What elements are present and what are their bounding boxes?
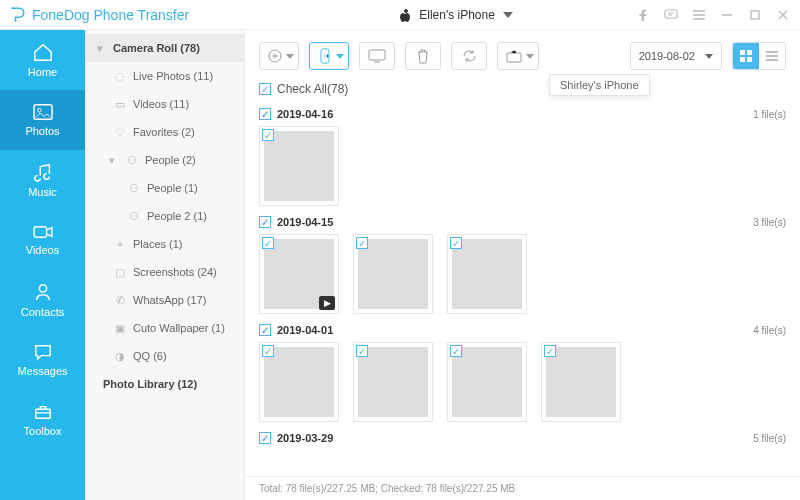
photo-image (264, 131, 334, 201)
photo-thumb[interactable]: ✓ (259, 126, 339, 206)
export-to-pc-button[interactable] (359, 42, 395, 70)
sidebar-item-people-1[interactable]: ⚇People (1) (85, 174, 244, 202)
checkbox-icon[interactable]: ✓ (262, 237, 274, 249)
photo-thumb[interactable]: ✓ (447, 234, 527, 314)
checkbox-icon[interactable]: ✓ (450, 345, 462, 357)
transfer-to-device-button[interactable] (309, 42, 349, 70)
sidebar-camera-roll[interactable]: ▾ Camera Roll (78) (85, 34, 244, 62)
refresh-button[interactable] (451, 42, 487, 70)
apple-icon (399, 8, 411, 22)
status-footer: Total: 78 file(s)/227.25 MB; Checked: 78… (245, 476, 800, 500)
videos-icon (32, 224, 54, 240)
sidebar-item-people-2[interactable]: ⚇People 2 (1) (85, 202, 244, 230)
group-date: 2019-03-29 (277, 432, 333, 444)
photo-image (546, 347, 616, 417)
nav-messages[interactable]: Messages (0, 330, 85, 390)
nav-home[interactable]: Home (0, 30, 85, 90)
date-value: 2019-08-02 (639, 50, 695, 62)
nav-contacts[interactable]: Contacts (0, 270, 85, 330)
svg-rect-5 (34, 227, 46, 238)
wallpaper-icon: ▣ (113, 322, 127, 335)
menu-icon[interactable] (692, 10, 706, 20)
sidebar-item-places[interactable]: ⌖Places (1) (85, 230, 244, 258)
logo-icon (8, 6, 26, 24)
checkbox-icon[interactable]: ✓ (259, 432, 271, 444)
qq-icon: ◑ (113, 350, 127, 363)
sidebar-item-livephotos[interactable]: ◌Live Photos (11) (85, 62, 244, 90)
nav-label: Music (28, 186, 57, 198)
sidebar-item-whatsapp[interactable]: ✆WhatsApp (17) (85, 286, 244, 314)
photo-thumb[interactable]: ✓ (353, 234, 433, 314)
device-name: Ellen's iPhone (419, 8, 495, 22)
photo-image (358, 239, 428, 309)
sidebar-label: Videos (11) (133, 98, 189, 110)
check-all-row[interactable]: ✓ Check All(78) (245, 76, 800, 98)
refresh-icon (462, 49, 477, 63)
checkbox-icon[interactable]: ✓ (259, 108, 271, 120)
checkbox-icon[interactable]: ✓ (262, 129, 274, 141)
group-header: ✓2019-04-15 3 file(s) (259, 216, 786, 228)
sidebar-item-cuto[interactable]: ▣Cuto Wallpaper (1) (85, 314, 244, 342)
sidebar-label: People (1) (147, 182, 198, 194)
sidebar-label: WhatsApp (17) (133, 294, 206, 306)
sidebar-label: Places (1) (133, 238, 183, 250)
nav-photos[interactable]: Photos (0, 90, 85, 150)
feedback-icon[interactable] (664, 9, 678, 21)
nav-toolbox[interactable]: Toolbox (0, 390, 85, 450)
checkbox-icon[interactable]: ✓ (259, 83, 271, 95)
grid-view-button[interactable] (733, 43, 759, 69)
trash-icon (416, 49, 430, 64)
group-header: ✓2019-04-01 4 file(s) (259, 324, 786, 336)
photo-thumb[interactable]: ✓ (541, 342, 621, 422)
svg-rect-14 (740, 57, 745, 62)
chevron-down-icon (705, 54, 713, 59)
sidebar-label: People 2 (1) (147, 210, 207, 222)
photo-thumb[interactable]: ✓▶ (259, 234, 339, 314)
photo-scroll[interactable]: ✓2019-04-16 1 file(s) ✓ ✓2019-04-15 3 fi… (245, 98, 800, 476)
chevron-down-icon (286, 54, 294, 59)
sidebar-item-videos[interactable]: ▭Videos (11) (85, 90, 244, 118)
nav-music[interactable]: Music (0, 150, 85, 210)
checkbox-icon[interactable]: ✓ (450, 237, 462, 249)
svg-rect-2 (751, 11, 759, 19)
sidebar-label: QQ (6) (133, 350, 167, 362)
footer-text: Total: 78 file(s)/227.25 MB; Checked: 78… (259, 483, 515, 494)
checkbox-icon[interactable]: ✓ (544, 345, 556, 357)
group-count: 1 file(s) (753, 109, 786, 120)
chevron-down-icon (526, 54, 534, 59)
sidebar-photo-library[interactable]: Photo Library (12) (85, 370, 244, 398)
maximize-icon[interactable] (748, 10, 762, 20)
add-button[interactable] (259, 42, 299, 70)
sidebar-label: Photo Library (12) (103, 378, 197, 390)
minimize-icon[interactable] (720, 10, 734, 20)
places-icon: ⌖ (113, 238, 127, 251)
checkbox-icon[interactable]: ✓ (262, 345, 274, 357)
sidebar-item-screenshots[interactable]: ▢Screenshots (24) (85, 258, 244, 286)
sidebar-item-qq[interactable]: ◑QQ (6) (85, 342, 244, 370)
checkbox-icon[interactable]: ✓ (259, 216, 271, 228)
list-view-button[interactable] (759, 43, 785, 69)
close-icon[interactable] (776, 10, 790, 20)
photo-thumb[interactable]: ✓ (447, 342, 527, 422)
delete-button[interactable] (405, 42, 441, 70)
sidebar-item-people[interactable]: ▾⚇People (2) (85, 146, 244, 174)
svg-rect-7 (35, 409, 49, 418)
sidebar-label: Favorites (2) (133, 126, 195, 138)
more-tools-button[interactable] (497, 42, 539, 70)
expand-icon: ▾ (105, 154, 119, 167)
date-filter[interactable]: 2019-08-02 (630, 42, 722, 70)
checkbox-icon[interactable]: ✓ (356, 345, 368, 357)
photo-thumb[interactable]: ✓ (353, 342, 433, 422)
home-icon (32, 42, 54, 62)
nav-videos[interactable]: Videos (0, 210, 85, 270)
checkbox-icon[interactable]: ✓ (356, 237, 368, 249)
photo-thumb[interactable]: ✓ (259, 342, 339, 422)
facebook-icon[interactable] (636, 9, 650, 21)
chevron-down-icon (336, 54, 344, 59)
list-icon (766, 51, 778, 61)
nav-label: Contacts (21, 306, 64, 318)
checkbox-icon[interactable]: ✓ (259, 324, 271, 336)
device-selector[interactable]: Ellen's iPhone (399, 8, 513, 22)
sidebar-item-favorites[interactable]: ♡Favorites (2) (85, 118, 244, 146)
photo-image (264, 347, 334, 417)
